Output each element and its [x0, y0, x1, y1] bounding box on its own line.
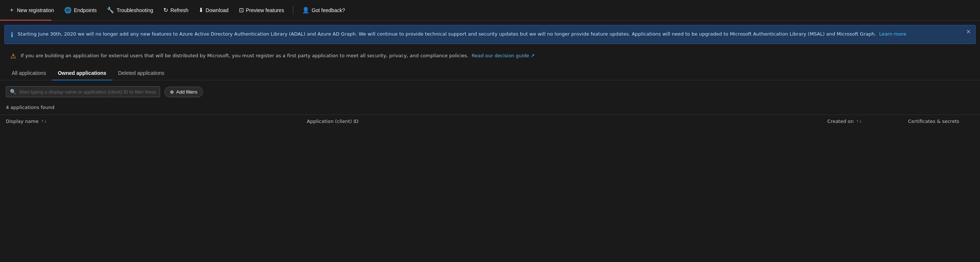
got-feedback-label: Got feedback? — [312, 7, 345, 13]
refresh-button[interactable]: ↻ Refresh — [159, 5, 193, 16]
download-icon: ⬇ — [199, 6, 203, 14]
globe-icon: 🌐 — [64, 6, 72, 14]
troubleshooting-label: Troubleshooting — [116, 7, 153, 13]
sort-created-on-icon[interactable]: ↑↓ — [856, 119, 862, 123]
plus-icon: ＋ — [9, 6, 15, 14]
col-header-certs-secrets: Certificates & secrets — [908, 119, 974, 124]
toolbar-divider — [293, 6, 293, 15]
apps-count: 4 applications found — [0, 103, 980, 111]
info-icon: ℹ — [11, 31, 13, 38]
troubleshooting-button[interactable]: 🔧 Troubleshooting — [102, 5, 158, 16]
tab-deleted-applications[interactable]: Deleted applications — [112, 67, 170, 80]
endpoints-label: Endpoints — [74, 7, 97, 13]
wrench-icon: 🔧 — [107, 6, 114, 14]
col-header-created-on: Created on ↑↓ — [827, 119, 908, 124]
col-header-display-name: Display name ↑↓ — [6, 119, 307, 124]
preview-features-label: Preview features — [246, 7, 284, 13]
tab-owned-applications[interactable]: Owned applications — [52, 67, 112, 80]
feedback-icon: 👤 — [302, 6, 309, 14]
download-button[interactable]: ⬇ Download — [194, 5, 233, 16]
tabs-row: All applications Owned applications Dele… — [0, 67, 980, 80]
preview-features-button[interactable]: ⊡ Preview features — [235, 5, 288, 16]
learn-more-link[interactable]: Learn more — [879, 31, 906, 37]
got-feedback-button[interactable]: 👤 Got feedback? — [298, 5, 349, 16]
search-row: 🔍 ⊕ Add filters — [0, 80, 980, 103]
endpoints-button[interactable]: 🌐 Endpoints — [60, 5, 101, 16]
new-registration-button[interactable]: ＋ New registration — [5, 4, 58, 16]
warning-icon: ⚠ — [10, 52, 16, 60]
info-banner-text: Starting June 30th, 2020 we will no long… — [18, 30, 906, 38]
preview-icon: ⊡ — [239, 6, 244, 14]
refresh-label: Refresh — [170, 7, 188, 13]
refresh-icon: ↻ — [163, 6, 168, 14]
info-banner: ℹ Starting June 30th, 2020 we will no lo… — [5, 25, 975, 44]
decision-guide-link[interactable]: Read our decision guide ↗ — [472, 53, 535, 58]
table-header: Display name ↑↓ Application (client) ID … — [0, 114, 980, 128]
search-box[interactable]: 🔍 — [6, 86, 160, 97]
add-filters-button[interactable]: ⊕ Add filters — [164, 87, 203, 97]
search-icon: 🔍 — [10, 89, 16, 95]
info-banner-close-button[interactable]: ✕ — [966, 29, 971, 35]
warning-banner-text: If you are building an application for e… — [21, 52, 535, 59]
warning-banner: ⚠ If you are building an application for… — [5, 48, 975, 64]
new-registration-label: New registration — [17, 7, 54, 13]
col-header-client-id: Application (client) ID — [307, 119, 827, 124]
download-label: Download — [205, 7, 228, 13]
add-filters-label: Add filters — [176, 89, 197, 95]
search-input[interactable] — [19, 89, 156, 95]
sort-display-name-icon[interactable]: ↑↓ — [41, 119, 47, 123]
toolbar: ＋ New registration 🌐 Endpoints 🔧 Trouble… — [0, 0, 980, 21]
tab-all-applications[interactable]: All applications — [6, 67, 52, 80]
filter-icon: ⊕ — [170, 89, 174, 95]
